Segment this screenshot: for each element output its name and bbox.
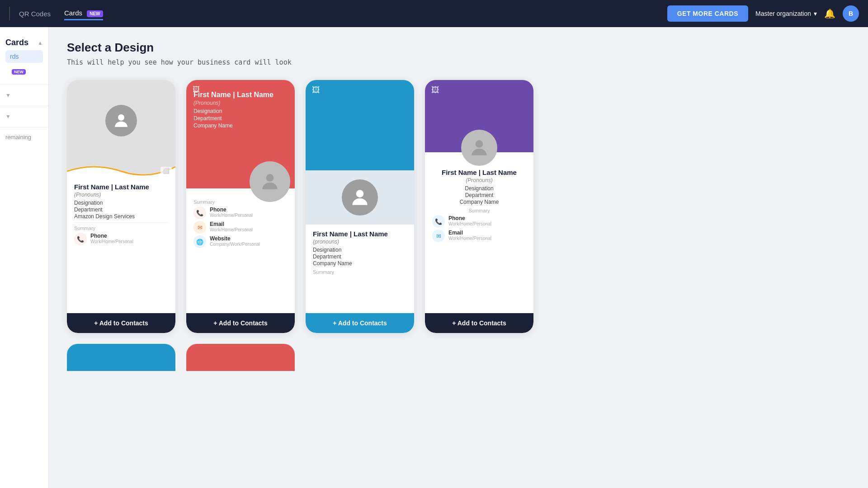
sidebar-active-item[interactable]: rds [5,50,43,63]
phone-label-purple: Phone [448,215,491,221]
red-card-body: Summary 📞 Phone Work/Home/Personal ✉ Ema… [186,188,295,308]
card-pronouns-purple: (Pronouns) [432,177,526,183]
sidebar-divider-3 [0,127,48,127]
card-blue[interactable]: 🖼 First Name | Last Name (pronouns) Desi… [306,80,414,333]
card-company-white: Amazon Design Services [74,213,168,220]
card-department-purple: Department [432,192,526,198]
sidebar-new-item[interactable]: NEW [5,65,43,77]
phone-sub-red: Work/Home/Personal [210,213,253,218]
phone-row-purple: 📞 Phone Work/Home/Personal [432,215,526,228]
image-placeholder-icon-blue: 🖼 [312,85,320,95]
email-sub-purple: Work/Home/Personal [448,236,491,241]
image-placeholder-icon-red: 🖼 [193,85,200,94]
card-company-purple: Company Name [432,199,526,205]
purple-card-header: 🖼 [425,80,533,152]
email-label-red: Email [210,221,253,227]
card-department-blue: Department [313,253,407,260]
top-navigation: QR Codes Cards NEW GET MORE CARDS Master… [0,0,868,27]
svg-point-3 [476,140,483,148]
add-contacts-btn-blue[interactable]: + Add to Contacts [306,313,414,333]
svg-point-0 [118,114,124,121]
card-company-blue: Company Name [313,260,407,267]
sidebar-group-1[interactable]: ▼ [5,92,43,99]
avatar-placeholder-blue [342,179,378,216]
website-row-red: 🌐 Website Company/Work/Personal [193,235,288,248]
avatar[interactable]: B [843,5,859,22]
cards-new-badge: NEW [87,10,103,17]
sidebar-section-3: ▼ [0,110,48,123]
notification-bell-icon[interactable]: 🔔 [824,8,835,19]
email-row-red: ✉ Email Work/Home/Personal [193,221,288,234]
card-designation-red: Designation [193,108,288,114]
phone-sub-white: Work/Home/Personal [90,239,133,244]
blue-card-avatar-section [306,170,414,225]
card-department-red: Department [193,115,288,122]
phone-info-white: Phone Work/Home/Personal [90,233,133,244]
card-summary-blue: Summary [313,269,407,275]
website-sub-red: Company/Work/Personal [210,242,260,247]
sidebar-remaining: remaining [0,131,48,143]
sidebar-cards-title[interactable]: Cards ▲ [5,38,43,47]
purple-card-body: First Name | Last Name (Pronouns) Design… [425,152,533,308]
svg-point-2 [356,190,364,197]
org-selector[interactable]: Master organization ▾ [755,10,817,17]
email-icon-red: ✉ [193,221,206,234]
card-summary-purple: Summary [432,208,526,213]
phone-icon-purple: 📞 [432,215,445,228]
website-info-red: Website Company/Work/Personal [210,235,260,247]
card-fullname-purple: First Name | Last Name [432,169,526,176]
avatar-placeholder-white [105,105,137,136]
email-row-purple: ✉ Email Work/Home/Personal [432,230,526,242]
bottom-card-blue[interactable] [67,344,175,371]
add-contacts-btn-white[interactable]: + Add to Contacts [67,313,175,333]
nav-qr-codes[interactable]: QR Codes [19,8,51,20]
card-purple[interactable]: 🖼 First Name | Last Name (Pronouns) Desi… [425,80,533,333]
email-sub-red: Work/Home/Personal [210,227,253,232]
page-title: Select a Design [67,41,850,55]
add-contacts-btn-purple[interactable]: + Add to Contacts [425,313,533,333]
chevron-down-icon-2: ▼ [5,113,11,120]
white-card-header [67,80,175,161]
avatar-placeholder-red [250,161,290,202]
email-icon-purple: ✉ [432,230,445,242]
avatar-placeholder-purple [461,130,497,166]
card-designation-purple: Designation [432,185,526,192]
sidebar-cards-section: Cards ▲ rds NEW [0,34,48,81]
wave-svg [67,161,175,178]
phone-label-red: Phone [210,206,253,213]
page-subtitle: This will help you see how your business… [67,58,850,66]
card-designation-blue: Designation [313,247,407,253]
app-layout: Cards ▲ rds NEW ▼ ▼ remaining [0,27,868,488]
card-summary-white: Summary [74,225,168,231]
image-placeholder-icon: ⬜ [160,167,172,175]
sidebar-section-2: ▼ [0,89,48,102]
email-info-purple: Email Work/Home/Personal [448,230,491,241]
bottom-card-red[interactable] [186,344,295,371]
email-label-purple: Email [448,230,491,236]
blue-card-body: First Name | Last Name (pronouns) Design… [306,225,414,308]
phone-sub-purple: Work/Home/Personal [448,221,491,226]
card-fullname-red: First Name | Last Name [193,91,288,99]
sidebar-divider-2 [0,106,48,106]
nav-divider [9,7,10,20]
sidebar-chevron-up-icon: ▲ [38,40,43,46]
website-label-red: Website [210,235,260,242]
get-more-cards-button[interactable]: GET MORE CARDS [667,5,748,22]
sidebar-group-2[interactable]: ▼ [5,113,43,120]
card-pronouns-red: (Pronouns) [193,100,288,106]
card-pronouns-blue: (pronouns) [313,239,407,245]
add-contacts-btn-red[interactable]: + Add to Contacts [186,313,295,333]
card-red[interactable]: 🖼 First Name | Last Name (Pronouns) Desi… [186,80,295,333]
phone-icon-white: 📞 [74,233,87,245]
red-card-text: First Name | Last Name (Pronouns) Design… [193,91,288,129]
image-placeholder-icon-purple: 🖼 [431,85,439,95]
website-icon-red: 🌐 [193,235,206,248]
main-content: Select a Design This will help you see h… [49,27,868,488]
card-designation-white: Designation [74,200,168,206]
phone-row-red: 📞 Phone Work/Home/Personal [193,206,288,219]
nav-cards[interactable]: Cards NEW [64,7,103,20]
email-info-red: Email Work/Home/Personal [210,221,253,232]
card-fullname-white: First Name | Last Name [74,183,168,191]
card-white[interactable]: ⬜ First Name | Last Name (Pronouns) Desi… [67,80,175,333]
red-card-header: 🖼 First Name | Last Name (Pronouns) Desi… [186,80,295,188]
